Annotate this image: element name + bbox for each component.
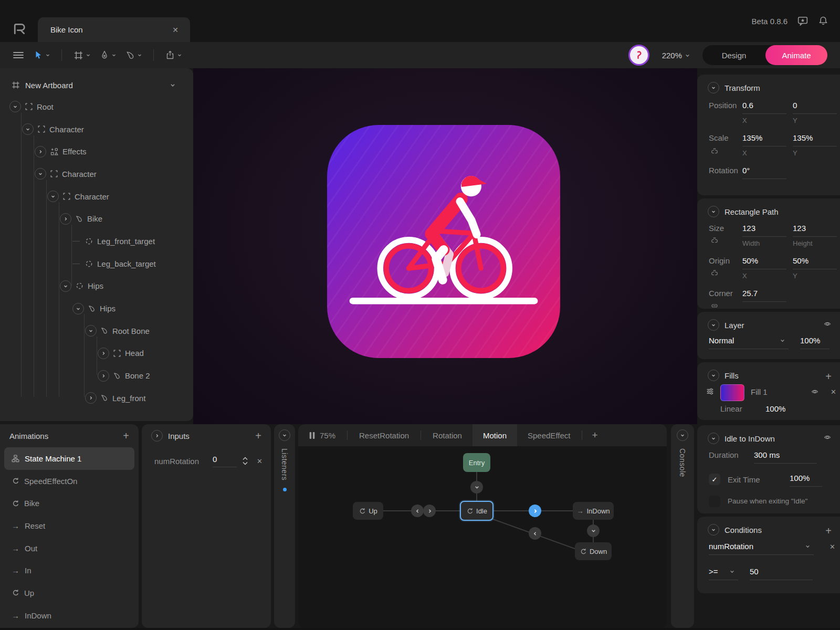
tree-item-root[interactable]: Root [0,96,193,118]
animation-item-reset[interactable]: →Reset [4,514,134,537]
export-tool[interactable] [162,47,185,63]
height-field[interactable]: 123 [793,224,837,237]
transition-idle-to-up[interactable] [411,505,424,517]
collapse-icon[interactable] [9,101,21,112]
animation-item-bike[interactable]: Bike [4,492,134,514]
exit-time-checkbox[interactable]: ✓ [709,474,720,485]
state-machine-graph[interactable]: Entry Up Idle → InDown Down [298,446,667,628]
animation-item-indown[interactable]: →InDown [4,604,134,627]
input-value-field[interactable]: 0 [213,455,237,467]
bone-tool[interactable] [122,47,145,63]
expand-icon[interactable] [85,392,97,404]
remove-condition-icon[interactable]: ✕ [830,543,835,551]
condition-value-field[interactable]: 50 [750,567,813,580]
remove-input-icon[interactable]: ✕ [257,457,262,465]
pause-checkbox[interactable] [709,496,720,507]
add-animation-button[interactable]: + [123,430,129,442]
add-condition-button[interactable]: + [825,525,832,537]
user-avatar[interactable] [628,45,649,66]
fill-type[interactable]: Linear [720,404,742,413]
animation-item-in[interactable]: →In [4,559,134,582]
fill-gradient-swatch[interactable] [720,384,744,401]
idle-state-node[interactable]: Idle [460,501,494,521]
fill-opacity[interactable]: 100% [765,404,785,413]
tree-item-effects[interactable]: Effects [0,140,193,163]
duration-field[interactable]: 300 ms [754,450,817,464]
design-mode-button[interactable]: Design [702,51,765,60]
bike-app-icon-artwork[interactable] [327,125,560,358]
transition-up-to-idle[interactable] [423,505,436,517]
unlink-icon[interactable] [710,270,719,277]
unlink-icon[interactable] [710,237,719,244]
collapse-icon[interactable] [22,123,34,135]
collapse-icon[interactable] [85,325,97,337]
animation-item-speedeffecton[interactable]: SpeedEffectOn [4,470,134,492]
tree-item-bone-2[interactable]: Bone 2 [0,364,193,387]
remove-fill-icon[interactable]: ✕ [831,388,836,396]
origin-x-field[interactable]: 50% [742,256,786,269]
mode-toggle[interactable]: Design Animate [702,45,827,65]
transition-down-to-idle[interactable] [529,527,541,540]
zoom-level-control[interactable]: 220% [662,51,690,60]
corner-field[interactable]: 25.7 [742,289,786,302]
position-x-field[interactable]: 0.6 [742,101,786,114]
expand-icon[interactable] [35,146,46,158]
blend-mode-select[interactable]: Normal [709,336,789,349]
tree-item-head[interactable]: Head [0,342,193,365]
notifications-bell-icon[interactable] [818,16,828,26]
add-input-button[interactable]: + [255,430,261,442]
tree-item-character[interactable]: Character [0,163,193,185]
machine-layer-tab-speedeffect[interactable]: SpeedEffect [517,424,581,446]
collapse-icon[interactable] [60,280,71,292]
transition-idle-to-indown-selected[interactable] [529,505,541,517]
animate-mode-button[interactable]: Animate [765,45,827,65]
down-state-node[interactable]: Down [575,542,612,560]
add-machine-layer-button[interactable]: + [583,424,606,446]
console-expander[interactable] [677,429,688,441]
scale-y-field[interactable]: 135% [793,133,837,146]
feedback-icon[interactable] [797,16,808,26]
tree-item-bike[interactable]: Bike [0,207,193,230]
fill-options-sliders-icon[interactable] [706,387,715,395]
rive-logo-icon[interactable] [12,21,27,37]
listeners-tab[interactable]: Listeners [274,424,295,628]
tree-item-hips[interactable]: Hips [0,297,193,320]
eye-icon[interactable] [811,388,819,395]
entry-state-node[interactable]: Entry [463,453,490,472]
listeners-expander[interactable] [279,429,290,441]
scale-x-field[interactable]: 135% [742,133,786,146]
eye-icon[interactable] [823,320,832,328]
eye-icon[interactable] [823,434,832,441]
tree-item-character[interactable]: Character [0,185,193,208]
conditions-expander[interactable] [708,524,719,536]
animation-item-out[interactable]: →Out [4,537,134,560]
select-tool[interactable] [30,47,53,63]
stage-canvas[interactable] [193,68,697,424]
transition-expander[interactable] [708,433,719,444]
transition-entry-to-idle[interactable] [470,481,483,494]
tree-item-leg-front-target[interactable]: Leg_front_target [0,230,193,253]
expand-icon[interactable] [98,370,109,382]
link-icon[interactable] [710,302,719,309]
collapse-icon[interactable] [47,191,59,202]
collapse-icon[interactable] [35,168,46,180]
animation-item-state-machine-1[interactable]: State Machine 1 [4,447,134,470]
layer-expander[interactable] [708,319,719,331]
machine-layer-tab-resetrotation[interactable]: ResetRotation [349,424,419,446]
pen-tool[interactable] [97,47,119,63]
unlink-icon[interactable] [710,148,719,155]
indown-state-node[interactable]: → InDown [573,502,614,520]
artboard-tool[interactable] [70,47,93,64]
artboard-selector[interactable]: New Artboard [0,76,193,94]
document-tab[interactable]: Bike Icon ✕ [38,17,190,42]
tree-item-root-bone[interactable]: Root Bone [0,320,193,342]
transition-indown-to-down[interactable] [587,524,600,537]
condition-input-select[interactable]: numRotation [709,542,814,555]
rotation-field[interactable]: 0° [742,166,786,179]
console-tab[interactable]: Console [671,424,694,628]
machine-layer-tab-motion[interactable]: Motion [472,424,517,446]
expand-icon[interactable] [60,213,71,225]
value-stepper[interactable] [242,457,248,465]
transform-expander[interactable] [708,82,719,93]
origin-y-field[interactable]: 50% [793,256,837,269]
